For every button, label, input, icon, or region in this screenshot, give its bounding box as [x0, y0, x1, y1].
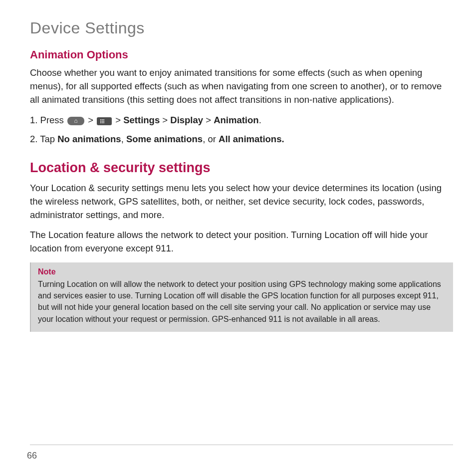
note-body: Turning Location on will allow the netwo… [38, 278, 446, 325]
period: . [259, 115, 261, 125]
step-2: 2. Tap No animations, Some animations, o… [30, 132, 453, 146]
heading-location-security: Location & security settings [30, 160, 453, 176]
step1-sep2: > [115, 115, 123, 125]
location-p1: Your Location & security settings menu l… [30, 182, 453, 222]
note-box: Note Turning Location on will allow the … [30, 262, 453, 332]
path-display: Display [170, 115, 203, 125]
note-title: Note [38, 267, 446, 276]
step1-sep: > [88, 115, 96, 125]
path-settings: Settings [123, 115, 160, 125]
apps-grid-icon [97, 117, 112, 125]
opt-all-animations: All animations. [219, 134, 284, 144]
home-button-icon [67, 117, 84, 125]
comma1: , [121, 134, 126, 144]
step1-prefix: 1. Press [30, 115, 66, 125]
gt2: > [206, 115, 214, 125]
page-title: Device Settings [30, 19, 453, 37]
gt1: > [162, 115, 170, 125]
location-p2: The Location feature allows the network … [30, 229, 453, 255]
step2-prefix: 2. Tap [30, 134, 57, 144]
comma2: , or [203, 134, 219, 144]
page-number: 66 [27, 451, 37, 461]
path-animation: Animation [214, 115, 258, 125]
animation-intro: Choose whether you want to enjoy animate… [30, 66, 453, 106]
opt-no-animations: No animations [57, 134, 121, 144]
heading-animation-options: Animation Options [30, 48, 453, 61]
step-1: 1. Press > > Settings > Display > Animat… [30, 113, 453, 127]
opt-some-animations: Some animations [126, 134, 203, 144]
footer-divider [30, 445, 453, 445]
